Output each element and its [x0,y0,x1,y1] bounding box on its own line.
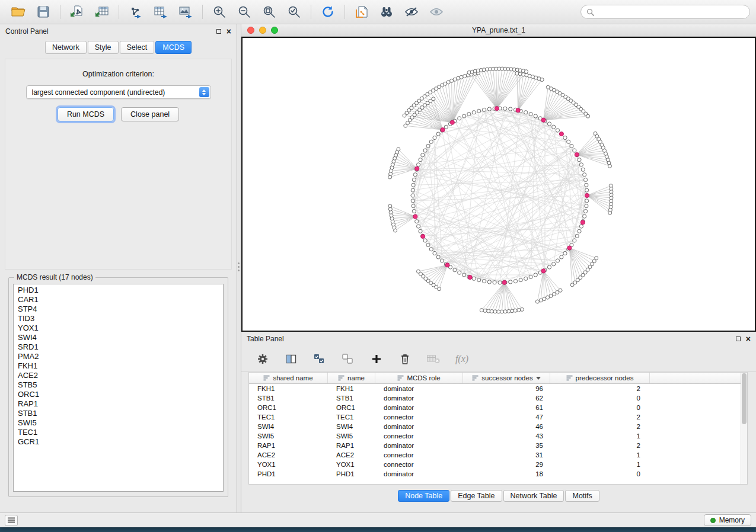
maximize-window-icon[interactable] [271,27,278,34]
export-image-icon [178,5,193,19]
search-icon [586,8,594,16]
table-row[interactable]: PHD1 PHD1 dominator 18 0 [249,469,747,479]
save-icon [36,5,50,19]
save-session-button[interactable] [31,2,56,21]
table-settings-button[interactable] [254,350,271,368]
tab-node-table[interactable]: Node Table [398,490,449,502]
mcds-result-item[interactable]: CAR1 [14,295,223,305]
function-builder-button[interactable]: f(x) [454,350,470,368]
task-history-button[interactable] [5,515,18,526]
tab-network[interactable]: Network [45,41,87,54]
mcds-result-item[interactable]: TEC1 [14,428,223,437]
column-header-predecessor-nodes[interactable]: predecessor nodes [550,373,650,383]
tab-style[interactable]: Style [88,41,119,54]
hide-details-button[interactable] [399,2,424,21]
column-type-icon [566,375,573,381]
table-panel: Table Panel × [241,332,756,512]
mcds-result-item[interactable]: SWI5 [14,418,223,428]
mcds-result-item[interactable]: STB1 [14,409,223,418]
duplicate-network-button[interactable] [349,2,374,21]
memory-button[interactable]: Memory [704,514,751,526]
network-canvas[interactable] [241,37,756,332]
mcds-result-item[interactable]: STB5 [14,380,223,390]
network-titlebar[interactable]: YPA_prune.txt_1 [241,24,756,37]
table-row[interactable]: SWI5 SWI5 connector 43 1 [249,431,747,441]
select-all-rows-button[interactable] [311,350,328,368]
panel-splitter[interactable] [237,24,241,512]
import-table-button[interactable] [90,2,114,21]
zoom-selected-button[interactable] [282,2,307,21]
search-network-button[interactable] [374,2,399,21]
close-panel-button[interactable]: Close panel [121,107,179,121]
show-columns-button[interactable] [283,350,299,368]
column-header-name[interactable]: name [328,373,375,383]
mcds-result-item[interactable]: ACE2 [14,371,223,380]
scrollbar-thumb[interactable] [742,373,747,424]
mcds-result-item[interactable]: PMA2 [14,352,223,361]
minimize-window-icon[interactable] [259,27,266,34]
run-mcds-button[interactable]: Run MCDS [58,107,114,121]
mcds-result-item[interactable]: RAP1 [14,399,223,409]
show-details-button[interactable] [424,2,449,21]
tab-mcds[interactable]: MCDS [155,41,192,54]
tab-motifs[interactable]: Motifs [565,490,599,502]
deselect-all-rows-button[interactable] [340,350,356,368]
mcds-result-item[interactable]: STP4 [14,305,223,314]
export-image-button[interactable] [173,2,198,21]
zoom-out-icon [237,5,251,19]
mcds-result-title: MCDS result (17 nodes) [14,273,95,281]
export-network-button[interactable] [123,2,148,21]
mcds-result-item[interactable]: PHD1 [14,286,223,295]
table-row[interactable]: YOX1 YOX1 connector 29 1 [249,460,747,469]
mcds-result-item[interactable]: GCR1 [14,437,223,447]
column-header-mcds-role[interactable]: MCDS role [375,373,463,383]
table-row[interactable]: ORC1 ORC1 dominator 61 0 [249,403,747,412]
mcds-result-item[interactable]: ORC1 [14,390,223,399]
gear-icon [257,353,269,365]
memory-status-icon [710,518,716,523]
export-table-button[interactable] [148,2,173,21]
select-all-icon [313,353,326,365]
mcds-result-item[interactable]: YOX1 [14,323,223,333]
table-panel-title: Table Panel [247,335,284,343]
search-input[interactable] [598,8,744,16]
tab-edge-table[interactable]: Edge Table [451,490,502,502]
delete-column-button[interactable] [397,350,413,368]
float-table-panel-icon[interactable] [736,336,741,341]
table-scrollbar[interactable] [741,373,747,484]
close-window-icon[interactable] [247,27,254,34]
column-header-shared-name[interactable]: shared name [249,373,328,383]
table-row[interactable]: SWI4 SWI4 dominator 46 2 [249,422,747,431]
table-row[interactable]: FKH1 FKH1 dominator 96 2 [249,384,747,393]
zoom-in-button[interactable] [207,2,232,21]
table-row[interactable]: TEC1 TEC1 connector 47 2 [249,412,747,422]
import-table-disabled-button[interactable] [425,350,442,368]
refresh-view-button[interactable] [315,2,340,21]
close-panel-icon[interactable]: × [227,28,231,34]
mcds-result-item[interactable]: SRD1 [14,342,223,352]
control-panel-title: Control Panel [5,27,49,36]
table-row[interactable]: ACE2 ACE2 connector 31 1 [249,450,747,460]
mcds-result-item[interactable]: TID3 [14,314,223,323]
tab-select[interactable]: Select [120,41,155,54]
float-panel-icon[interactable] [216,29,221,34]
network-graph[interactable] [243,38,755,329]
control-panel: Control Panel × Network Style Select MCD… [0,24,237,512]
selected-criterion: largest connected component (undirected) [32,88,199,97]
zoom-out-button[interactable] [232,2,257,21]
table-row[interactable]: RAP1 RAP1 dominator 35 2 [249,441,747,450]
table-toolbar: f(x) [241,346,756,372]
column-type-icon [472,375,479,381]
toolbar-separator [202,5,203,19]
table-row[interactable]: STB1 STB1 dominator 62 0 [249,393,747,403]
zoom-fit-button[interactable] [257,2,282,21]
mcds-result-item[interactable]: FKH1 [14,361,223,371]
mcds-result-item[interactable]: SWI4 [14,333,223,342]
tab-network-table[interactable]: Network Table [503,490,564,502]
close-table-panel-icon[interactable]: × [746,336,751,342]
column-header-successor-nodes[interactable]: successor nodes [463,373,550,383]
add-column-button[interactable] [368,350,385,368]
import-network-button[interactable] [65,2,90,21]
optimization-criterion-select[interactable]: largest connected component (undirected) [26,85,211,99]
open-network-button[interactable] [6,2,31,21]
